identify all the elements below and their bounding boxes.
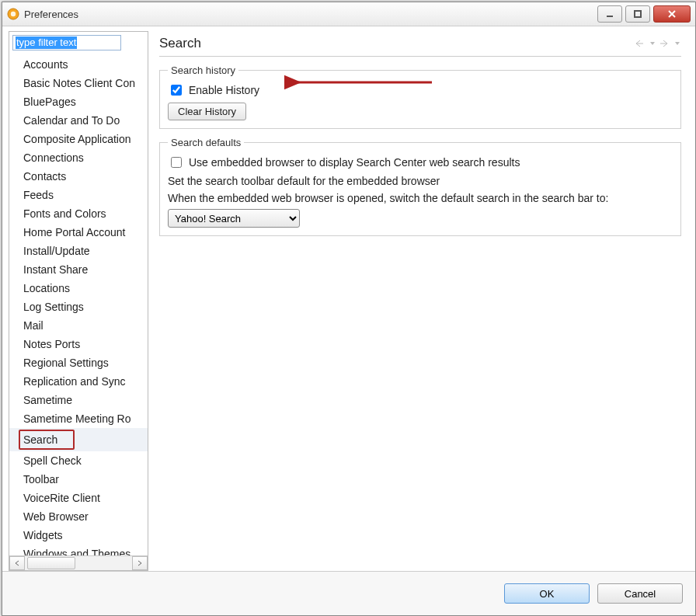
scroll-right-arrow[interactable] xyxy=(132,556,148,570)
search-history-legend: Search history xyxy=(168,64,238,76)
close-button[interactable] xyxy=(653,5,691,23)
tree-item-toolbar[interactable]: Toolbar xyxy=(9,470,148,489)
tree-item-notes-ports[interactable]: Notes Ports xyxy=(9,335,148,353)
page-header: Search xyxy=(159,36,681,57)
scroll-left-arrow[interactable] xyxy=(9,556,25,570)
defaults-desc-1: Set the search toolbar default for the e… xyxy=(168,175,673,187)
tree-item-search[interactable]: Search xyxy=(9,428,148,451)
use-embedded-label[interactable]: Use embedded browser to display Search C… xyxy=(189,156,520,169)
tree-item-calendar-and-to-do[interactable]: Calendar and To Do xyxy=(9,111,148,130)
tree-item-voicerite-client[interactable]: VoiceRite Client xyxy=(9,489,148,507)
tree-item-bluepages[interactable]: BluePages xyxy=(9,92,148,111)
tree-item-spell-check[interactable]: Spell Check xyxy=(9,451,148,470)
tree-item-widgets[interactable]: Widgets xyxy=(9,526,148,545)
tree-item-contacts[interactable]: Contacts xyxy=(9,167,148,186)
window-buttons xyxy=(594,5,691,23)
tree-item-regional-settings[interactable]: Regional Settings xyxy=(9,353,148,372)
svg-point-1 xyxy=(11,12,16,16)
titlebar: Preferences xyxy=(2,2,695,26)
tree-item-home-portal-account[interactable]: Home Portal Account xyxy=(9,223,148,242)
nav-arrows xyxy=(633,38,681,49)
enable-history-checkbox[interactable] xyxy=(171,85,182,96)
scroll-thumb[interactable] xyxy=(27,557,75,569)
search-history-group: Search history Enable History Clear Hist… xyxy=(159,64,681,129)
tree-item-locations[interactable]: Locations xyxy=(9,279,148,298)
preferences-page: Search Search histo xyxy=(148,31,689,571)
tree-item-sametime-meeting-ro[interactable]: Sametime Meeting Ro xyxy=(9,409,148,428)
default-search-dropdown[interactable]: Yahoo! Search xyxy=(168,209,300,228)
search-defaults-legend: Search defaults xyxy=(168,137,244,148)
forward-menu-button[interactable] xyxy=(673,38,681,49)
filter-input[interactable]: type filter text xyxy=(12,35,121,50)
filter-input-text: type filter text xyxy=(16,37,77,49)
tree-item-feeds[interactable]: Feeds xyxy=(9,186,148,204)
back-menu-button[interactable] xyxy=(649,38,656,49)
svg-marker-7 xyxy=(650,42,655,45)
clear-history-button[interactable]: Clear History xyxy=(168,103,246,120)
tree-item-composite-application[interactable]: Composite Application xyxy=(9,130,148,148)
ok-button[interactable]: OK xyxy=(504,583,590,604)
tree-item-install-update[interactable]: Install/Update xyxy=(9,242,148,260)
svg-marker-9 xyxy=(675,42,680,45)
svg-rect-3 xyxy=(635,11,641,17)
tree-item-replication-and-sync[interactable]: Replication and Sync xyxy=(9,372,148,391)
forward-button[interactable] xyxy=(658,38,672,49)
search-defaults-group: Search defaults Use embedded browser to … xyxy=(159,137,681,236)
content-area: type filter text AccountsBasic Notes Cli… xyxy=(2,26,695,571)
scroll-track[interactable] xyxy=(25,557,132,569)
tree-item-sametime[interactable]: Sametime xyxy=(9,391,148,409)
back-button[interactable] xyxy=(633,38,647,49)
cancel-button[interactable]: Cancel xyxy=(597,583,683,604)
dialog-button-bar: OK Cancel xyxy=(2,571,695,615)
window-title: Preferences xyxy=(24,9,594,20)
enable-history-label[interactable]: Enable History xyxy=(189,84,259,96)
tree-item-connections[interactable]: Connections xyxy=(9,148,148,167)
tree-item-basic-notes-client-con[interactable]: Basic Notes Client Con xyxy=(9,74,148,92)
tree-item-mail[interactable]: Mail xyxy=(9,316,148,335)
tree-item-accounts[interactable]: Accounts xyxy=(9,55,148,74)
tree-item-web-browser[interactable]: Web Browser xyxy=(9,507,148,526)
preferences-tree[interactable]: AccountsBasic Notes Client ConBluePagesC… xyxy=(9,54,148,555)
tree-item-fonts-and-colors[interactable]: Fonts and Colors xyxy=(9,204,148,223)
tree-item-instant-share[interactable]: Instant Share xyxy=(9,260,148,279)
use-embedded-checkbox[interactable] xyxy=(171,157,182,168)
app-icon xyxy=(7,8,19,20)
horizontal-scrollbar[interactable] xyxy=(9,555,148,570)
page-title: Search xyxy=(159,36,633,51)
tree-item-label: Search xyxy=(19,430,75,450)
preferences-window: Preferences type filter text AccountsBas… xyxy=(2,2,696,616)
defaults-desc-2: When the embedded web browser is opened,… xyxy=(168,192,673,204)
tree-item-log-settings[interactable]: Log Settings xyxy=(9,298,148,316)
preferences-tree-panel: type filter text AccountsBasic Notes Cli… xyxy=(9,31,148,571)
maximize-button[interactable] xyxy=(625,5,650,23)
tree-item-windows-and-themes[interactable]: Windows and Themes xyxy=(9,545,148,555)
minimize-button[interactable] xyxy=(597,5,622,23)
